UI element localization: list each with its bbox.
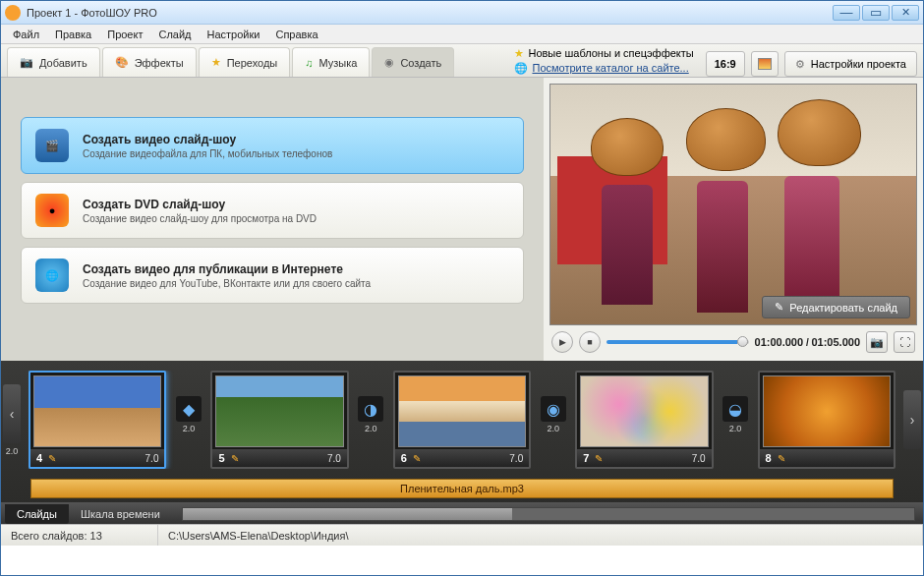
create-web-title: Создать видео для публикации в Интернете xyxy=(83,262,371,276)
slide-edit-icon[interactable]: ✎ xyxy=(413,453,503,464)
tab-create[interactable]: ◉Создать xyxy=(372,47,454,77)
transition-7[interactable]: ◒ 2.0 xyxy=(720,396,752,443)
menu-project[interactable]: Проект xyxy=(99,27,150,42)
transition-6[interactable]: ◉ 2.0 xyxy=(537,396,569,443)
close-button[interactable]: ✕ xyxy=(892,5,919,21)
window-title: Проект 1 - ФотоШОУ PRO xyxy=(27,7,831,19)
create-video-desc: Создание видеофайла для ПК, мобильных те… xyxy=(83,148,332,159)
video-file-icon: 🎬 xyxy=(35,129,69,162)
menubar: Файл Правка Проект Слайд Настройки Справ… xyxy=(1,25,923,44)
menu-help[interactable]: Справка xyxy=(267,27,325,42)
timeline-tabs: Слайды Шкала времени xyxy=(1,502,923,524)
timeline: ‹ 2.0 4 ✎ 7.0 ◆ 2.0 5 ✎ 7.0 ◑ 2.0 6 ✎ 7.… xyxy=(1,361,923,524)
app-icon xyxy=(5,5,21,21)
pencil-icon: ✎ xyxy=(775,301,783,314)
slide-duration: 7.0 xyxy=(327,453,341,464)
edit-slide-button[interactable]: ✎ Редактировать слайд xyxy=(762,296,910,318)
strip-next-button[interactable]: › xyxy=(903,390,921,449)
tab-add-label: Добавить xyxy=(39,57,87,69)
timecode: 01:00.000 / 01:05.000 xyxy=(755,336,860,348)
slide-thumb xyxy=(215,375,343,447)
slide-edit-icon[interactable]: ✎ xyxy=(595,453,685,464)
slide-footer: 7 ✎ 7.0 xyxy=(577,449,711,467)
slide-edit-icon[interactable]: ✎ xyxy=(48,453,139,464)
sunset-icon xyxy=(758,58,772,70)
preview-viewport: ✎ Редактировать слайд xyxy=(549,84,917,325)
tab-add[interactable]: 📷Добавить xyxy=(7,47,100,77)
palette-icon: 🎨 xyxy=(115,56,129,69)
create-panel: 🎬 Создать видео слайд-шоу Создание видео… xyxy=(1,78,544,361)
slide-item-8[interactable]: 8 ✎ xyxy=(758,371,895,469)
create-dvd-title: Создать DVD слайд-шоу xyxy=(83,198,317,211)
slide-thumb xyxy=(398,375,526,447)
transition-icon: ◒ xyxy=(722,396,748,422)
slide-item-4[interactable]: 4 ✎ 7.0 xyxy=(29,371,166,469)
menu-edit[interactable]: Правка xyxy=(47,27,99,42)
edit-slide-label: Редактировать слайд xyxy=(789,302,897,314)
fullscreen-button[interactable]: ⛶ xyxy=(894,331,915,353)
toolbar: 📷Добавить 🎨Эффекты ★Переходы ♫Музыка ◉Со… xyxy=(1,44,923,78)
gear-icon: ⚙ xyxy=(795,58,805,71)
create-web-card[interactable]: 🌐 Создать видео для публикации в Интерне… xyxy=(21,247,524,304)
seek-thumb[interactable] xyxy=(737,336,748,347)
transition-duration: 2.0 xyxy=(547,424,559,433)
create-dvd-card[interactable]: ● Создать DVD слайд-шоу Создание видео с… xyxy=(21,182,524,239)
menu-slide[interactable]: Слайд xyxy=(150,27,199,42)
transition-icon: ◑ xyxy=(358,396,383,422)
slide-item-7[interactable]: 7 ✎ 7.0 xyxy=(575,371,713,469)
slide-duration: 7.0 xyxy=(692,453,706,464)
playback-controls: ▶ ■ 01:00.000 / 01:05.000 📷 ⛶ xyxy=(549,325,917,355)
audio-track[interactable]: Пленительная даль.mp3 xyxy=(30,479,894,498)
dvd-icon: ● xyxy=(35,194,69,227)
menu-settings[interactable]: Настройки xyxy=(200,27,268,42)
minimize-button[interactable]: — xyxy=(833,5,860,21)
slide-item-6[interactable]: 6 ✎ 7.0 xyxy=(393,371,531,469)
audio-track-label: Пленительная даль.mp3 xyxy=(400,483,524,494)
tab-music[interactable]: ♫Музыка xyxy=(292,47,370,77)
tab-transitions-label: Переходы xyxy=(227,57,278,69)
slide-number: 8 xyxy=(766,452,772,464)
seek-bar[interactable] xyxy=(606,340,749,344)
stop-button[interactable]: ■ xyxy=(579,331,601,353)
aspect-ratio-button[interactable]: 16:9 xyxy=(706,51,745,77)
timeline-scrollbar[interactable] xyxy=(182,507,915,521)
disc-icon: ◉ xyxy=(384,56,394,69)
transition-4[interactable]: ◆ 2.0 xyxy=(172,396,204,443)
slide-edit-icon[interactable]: ✎ xyxy=(231,453,321,464)
slides-strip: ‹ 2.0 4 ✎ 7.0 ◆ 2.0 5 ✎ 7.0 ◑ 2.0 6 ✎ 7.… xyxy=(1,361,923,479)
create-video-card[interactable]: 🎬 Создать видео слайд-шоу Создание видео… xyxy=(21,117,524,174)
create-video-title: Создать видео слайд-шоу xyxy=(83,133,332,146)
promo-link[interactable]: Посмотрите каталог на сайте... xyxy=(532,62,688,74)
strip-prev-dur: 2.0 xyxy=(6,446,19,456)
slide-item-5[interactable]: 5 ✎ 7.0 xyxy=(210,371,348,469)
transition-icon: ◆ xyxy=(176,396,202,422)
maximize-button[interactable]: ▭ xyxy=(862,5,890,21)
star-icon: ★ xyxy=(211,56,221,69)
titlebar: Проект 1 - ФотоШОУ PRO — ▭ ✕ xyxy=(1,1,923,25)
project-settings-label: Настройки проекта xyxy=(811,58,906,70)
tab-slides-view[interactable]: Слайды xyxy=(5,504,69,524)
slide-number: 4 xyxy=(36,452,42,464)
preview-panel: ✎ Редактировать слайд ▶ ■ 01:00.000 / 01… xyxy=(544,78,923,361)
transition-icon: ◉ xyxy=(541,396,566,422)
slide-thumb xyxy=(33,375,161,447)
statusbar: Всего слайдов: 13 C:\Users\AMS-Elena\Des… xyxy=(1,524,923,546)
slide-number: 7 xyxy=(583,452,589,464)
timeline-scroll-thumb[interactable] xyxy=(183,508,512,520)
strip-prev-button[interactable]: ‹ xyxy=(3,384,21,443)
slide-edit-icon[interactable]: ✎ xyxy=(778,453,882,464)
menu-file[interactable]: Файл xyxy=(5,27,47,42)
slide-number: 5 xyxy=(218,452,224,464)
create-dvd-desc: Создание видео слайд-шоу для просмотра н… xyxy=(83,213,317,224)
tab-transitions[interactable]: ★Переходы xyxy=(199,47,291,77)
background-button[interactable] xyxy=(751,51,779,77)
status-path: C:\Users\AMS-Elena\Desktop\Индия\ xyxy=(158,525,923,546)
tab-timeline-view[interactable]: Шкала времени xyxy=(69,504,172,524)
tab-effects[interactable]: 🎨Эффекты xyxy=(102,47,197,77)
project-settings-button[interactable]: ⚙Настройки проекта xyxy=(784,51,917,77)
snapshot-button[interactable]: 📷 xyxy=(866,331,888,353)
slide-duration: 7.0 xyxy=(145,453,159,464)
play-button[interactable]: ▶ xyxy=(551,331,573,353)
preview-scene xyxy=(550,85,916,324)
transition-5[interactable]: ◑ 2.0 xyxy=(355,396,387,443)
